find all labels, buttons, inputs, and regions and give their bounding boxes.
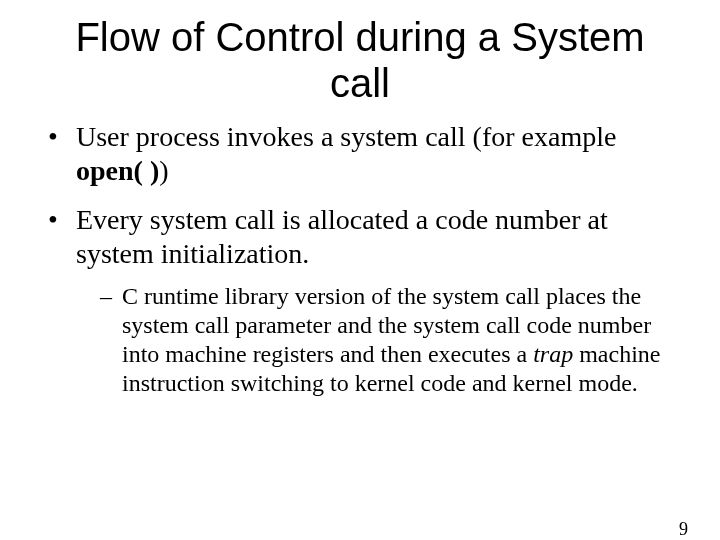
bullet-item: User process invokes a system call (for … bbox=[48, 120, 672, 187]
page-number: 9 bbox=[679, 519, 688, 540]
bullet-item: Every system call is allocated a code nu… bbox=[48, 203, 672, 397]
bullet-text-pre: User process invokes a system call (for … bbox=[76, 121, 616, 152]
sub-bullet-list: C runtime library version of the system … bbox=[100, 282, 672, 397]
bullet-text: Every system call is allocated a code nu… bbox=[76, 204, 608, 269]
bullet-text-bold: open( ) bbox=[76, 155, 159, 186]
sub-bullet-item: C runtime library version of the system … bbox=[100, 282, 672, 397]
bullet-list: User process invokes a system call (for … bbox=[48, 120, 672, 398]
slide-title: Flow of Control during a System call bbox=[40, 14, 680, 106]
bullet-text-post: ) bbox=[159, 155, 168, 186]
sub-bullet-text-ital: trap bbox=[533, 341, 573, 367]
slide: Flow of Control during a System call Use… bbox=[0, 14, 720, 540]
